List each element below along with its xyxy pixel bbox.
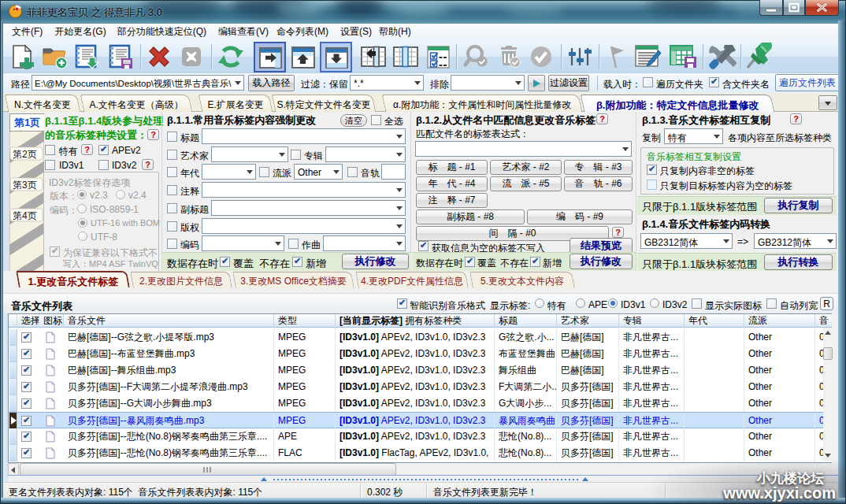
svg-text:第4页: 第4页	[13, 210, 37, 221]
svg-text:第2页: 第2页	[13, 149, 37, 160]
svg-text:第3页: 第3页	[13, 180, 37, 191]
